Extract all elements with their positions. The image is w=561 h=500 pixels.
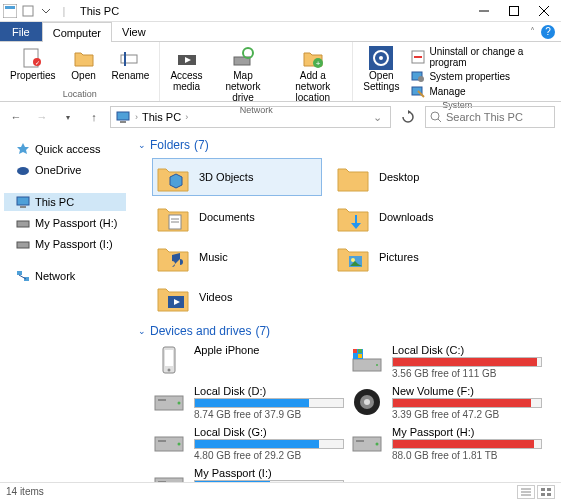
folder-item[interactable]: 3D Objects (152, 158, 322, 196)
search-input[interactable] (446, 111, 550, 123)
sidebar-item-onedrive[interactable]: OneDrive (4, 161, 126, 179)
ribbon: ✓ Properties Open Rename Location Access… (0, 42, 561, 102)
svg-point-46 (351, 258, 355, 262)
open-settings-button[interactable]: Open Settings (357, 44, 405, 94)
up-button[interactable]: ↑ (84, 107, 104, 127)
drive-info: Local Disk (G:)4.80 GB free of 29.2 GB (194, 426, 344, 461)
ribbon-group-label: Location (63, 89, 97, 99)
drive-info: My Passport (H:)88.0 GB free of 1.81 TB (392, 426, 542, 461)
drive-name: Local Disk (G:) (194, 426, 344, 438)
drive-usage-bar (194, 398, 344, 408)
drive-item[interactable]: My Passport (I:)2.23 TB free of 4.54 TB (152, 467, 342, 482)
sidebar-item-label: OneDrive (35, 164, 81, 176)
folder-item[interactable]: Pictures (332, 238, 502, 276)
view-details-button[interactable] (517, 485, 535, 499)
svg-rect-56 (353, 349, 357, 353)
view-icons-button[interactable] (537, 485, 555, 499)
breadcrumb[interactable]: › This PC › ⌄ (110, 106, 391, 128)
open-button[interactable]: Open (64, 44, 104, 83)
body: Quick accessOneDriveThis PCMy Passport (… (0, 132, 561, 482)
drives-group-header[interactable]: ⌄ Devices and drives (7) (138, 324, 553, 338)
ribbon-system-list: Uninstall or change a program System pro… (407, 44, 557, 100)
manage-button[interactable]: Manage (411, 84, 553, 98)
drive-icon (350, 344, 384, 378)
drive-free-text: 88.0 GB free of 1.81 TB (392, 450, 542, 461)
drives-grid: Apple iPhoneLocal Disk (C:)3.56 GB free … (152, 344, 553, 482)
folder-icon (335, 161, 371, 193)
drive-item[interactable]: Local Disk (D:)8.74 GB free of 37.9 GB (152, 385, 342, 420)
folder-item[interactable]: Downloads (332, 198, 502, 236)
map-network-drive-button[interactable]: Map network drive (211, 44, 276, 105)
svg-rect-74 (158, 481, 166, 482)
breadcrumb-dropdown[interactable]: ⌄ (369, 111, 386, 124)
svg-rect-51 (165, 350, 173, 366)
system-properties-button[interactable]: System properties (411, 69, 553, 83)
svg-point-65 (364, 399, 370, 405)
ribbon-label: Uninstall or change a program (429, 46, 553, 68)
svg-marker-40 (170, 174, 182, 188)
chevron-up-icon[interactable]: ˄ (530, 26, 535, 37)
forward-button[interactable]: → (32, 107, 52, 127)
folders-group-header[interactable]: ⌄ Folders (7) (138, 138, 553, 152)
back-button[interactable]: ← (6, 107, 26, 127)
drive-item[interactable]: Apple iPhone (152, 344, 342, 379)
drive-icon (350, 426, 384, 460)
tab-view[interactable]: View (112, 22, 156, 41)
recent-dropdown[interactable]: ▾ (58, 107, 78, 127)
sidebar-item-quick-access[interactable]: Quick access (4, 140, 126, 158)
add-network-location-button[interactable]: + Add a network location (277, 44, 348, 105)
sysprops-icon (411, 69, 425, 83)
ribbon-right: ˄ ? (530, 22, 561, 41)
svg-text:✓: ✓ (34, 60, 39, 66)
group-count: (7) (255, 324, 270, 338)
chevron-down-icon: ⌄ (138, 140, 146, 150)
drive-usage-bar (392, 357, 542, 367)
minimize-button[interactable] (469, 1, 499, 21)
folder-item[interactable]: Documents (152, 198, 322, 236)
breadcrumb-sep: › (135, 112, 138, 122)
drive-icon (350, 385, 384, 419)
cloud-icon (16, 163, 30, 177)
sidebar-item-label: Network (35, 270, 75, 282)
sidebar-item-network[interactable]: Network (4, 267, 126, 285)
drive-item[interactable]: My Passport (H:)88.0 GB free of 1.81 TB (350, 426, 540, 461)
drive-info: Apple iPhone (194, 344, 342, 356)
sidebar-item-this-pc[interactable]: This PC (4, 193, 126, 211)
qat-dropdown-icon[interactable] (38, 3, 54, 19)
folder-icon (335, 201, 371, 233)
svg-line-30 (438, 119, 441, 122)
maximize-button[interactable] (499, 1, 529, 21)
help-icon[interactable]: ? (541, 25, 555, 39)
drive-free-text: 4.80 GB free of 29.2 GB (194, 450, 344, 461)
search-box[interactable] (425, 106, 555, 128)
qat-sep: | (56, 3, 72, 19)
svg-rect-78 (541, 488, 545, 491)
access-media-button[interactable]: Access media (164, 44, 208, 94)
manage-icon (411, 84, 425, 98)
uninstall-program-button[interactable]: Uninstall or change a program (411, 46, 553, 68)
folder-item[interactable]: Videos (152, 278, 322, 316)
qat-item-icon[interactable] (20, 3, 36, 19)
close-button[interactable] (529, 1, 559, 21)
drive-item[interactable]: Local Disk (C:)3.56 GB free of 111 GB (350, 344, 540, 379)
map-drive-icon (229, 46, 257, 70)
group-label: Devices and drives (150, 324, 251, 338)
sidebar-item-label: My Passport (I:) (35, 238, 113, 250)
sidebar-item-my-passport-h-[interactable]: My Passport (H:) (4, 214, 126, 232)
drive-item[interactable]: New Volume (F:)3.39 GB free of 47.2 GB (350, 385, 540, 420)
properties-button[interactable]: ✓ Properties (4, 44, 62, 83)
refresh-button[interactable] (397, 106, 419, 128)
tab-computer[interactable]: Computer (42, 22, 112, 42)
svg-rect-37 (17, 271, 22, 275)
folder-name: 3D Objects (199, 171, 253, 183)
rename-button[interactable]: Rename (106, 44, 156, 83)
folder-item[interactable]: Desktop (332, 158, 502, 196)
svg-rect-71 (356, 440, 364, 442)
drive-item[interactable]: Local Disk (G:)4.80 GB free of 29.2 GB (152, 426, 342, 461)
breadcrumb-root[interactable]: This PC (142, 111, 181, 123)
drive-info: Local Disk (D:)8.74 GB free of 37.9 GB (194, 385, 344, 420)
window-controls (469, 1, 559, 21)
sidebar-item-my-passport-i-[interactable]: My Passport (I:) (4, 235, 126, 253)
folder-item[interactable]: Music (152, 238, 322, 276)
tab-file[interactable]: File (0, 22, 42, 41)
